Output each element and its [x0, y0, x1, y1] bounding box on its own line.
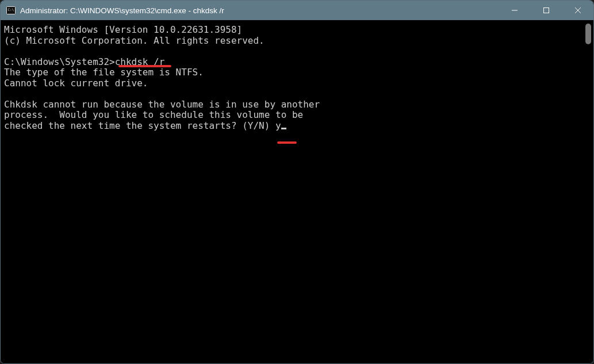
terminal-line: process. Would you like to schedule this… — [4, 109, 303, 120]
window-title: Administrator: C:\WINDOWS\system32\cmd.e… — [20, 6, 499, 15]
terminal-line: Cannot lock current drive. — [4, 78, 148, 89]
cmd-icon: C:\ — [6, 6, 16, 15]
close-button[interactable] — [562, 1, 593, 20]
terminal-line: Microsoft Windows [Version 10.0.22631.39… — [4, 24, 242, 35]
terminal-line: checked the next time the system restart… — [4, 120, 275, 131]
terminal-line: The type of the file system is NTFS. — [4, 67, 204, 78]
maximize-button[interactable] — [530, 1, 562, 20]
text-cursor — [281, 128, 286, 129]
window-controls — [499, 1, 593, 20]
terminal-line: (c) Microsoft Corporation. All rights re… — [4, 35, 265, 46]
vertical-scrollbar[interactable] — [585, 24, 591, 360]
scrollbar-track — [585, 24, 591, 360]
prompt: C:\Windows\System32> — [4, 56, 115, 67]
annotation-underline-command — [118, 65, 171, 67]
scrollbar-thumb[interactable] — [585, 24, 591, 44]
client-area: Microsoft Windows [Version 10.0.22631.39… — [1, 20, 593, 363]
title-bar[interactable]: C:\ Administrator: C:\WINDOWS\system32\c… — [1, 1, 593, 20]
annotation-underline-answer — [277, 141, 297, 144]
cmd-window: C:\ Administrator: C:\WINDOWS\system32\c… — [0, 0, 594, 364]
user-answer: y — [275, 120, 281, 131]
svg-rect-3 — [543, 8, 549, 13]
minimize-button[interactable] — [499, 1, 530, 20]
terminal[interactable]: Microsoft Windows [Version 10.0.22631.39… — [1, 20, 583, 363]
svg-text:C:\: C:\ — [8, 7, 14, 12]
terminal-line: Chkdsk cannot run because the volume is … — [4, 99, 320, 110]
